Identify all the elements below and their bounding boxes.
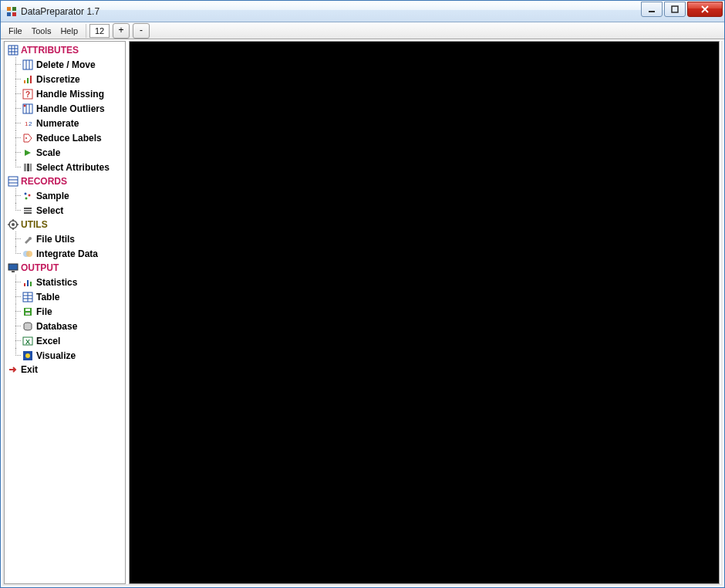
tree-category-attributes[interactable]: ATTRIBUTES bbox=[5, 43, 125, 57]
toolbar-separator bbox=[86, 24, 86, 38]
wrench-icon bbox=[22, 233, 34, 245]
tree-item-visualize[interactable]: Visualize bbox=[5, 348, 125, 363]
svg-rect-3 bbox=[12, 12, 16, 16]
tree-category-label: ATTRIBUTES bbox=[21, 45, 79, 56]
svg-point-33 bbox=[29, 194, 31, 196]
zoom-input[interactable] bbox=[89, 24, 110, 38]
tree-item-label: Database bbox=[36, 321, 77, 332]
sidebar-tree[interactable]: ATTRIBUTES Delete / Move Discretize ? Ha… bbox=[4, 41, 126, 584]
tree-item-label: Discretize bbox=[36, 74, 80, 85]
tree-item-label: Numerate bbox=[36, 118, 79, 129]
tree-category-records[interactable]: RECORDS bbox=[5, 174, 125, 188]
tree-item-select[interactable]: Select bbox=[5, 203, 125, 218]
svg-rect-28 bbox=[30, 164, 32, 171]
tree-item-label: Scale bbox=[36, 147, 60, 158]
tree-item-file-utils[interactable]: File Utils bbox=[5, 231, 125, 246]
svg-rect-56 bbox=[25, 309, 30, 311]
tree-item-numerate[interactable]: 12 Numerate bbox=[5, 116, 125, 130]
svg-point-39 bbox=[12, 223, 15, 226]
tree-category-utils[interactable]: UTILS bbox=[5, 218, 125, 231]
rows-icon bbox=[22, 204, 34, 217]
database-icon bbox=[22, 320, 34, 333]
columns-icon bbox=[22, 161, 34, 174]
table-icon bbox=[22, 291, 34, 303]
tree-item-excel[interactable]: X Excel bbox=[5, 333, 125, 348]
svg-rect-11 bbox=[23, 60, 32, 69]
close-button[interactable] bbox=[687, 2, 723, 17]
tree-item-database[interactable]: Database bbox=[5, 319, 125, 333]
tree-item-label: Visualize bbox=[36, 350, 76, 361]
main-panel[interactable] bbox=[129, 41, 720, 584]
tree-item-integrate-data[interactable]: Integrate Data bbox=[5, 246, 125, 261]
tree-category-label: OUTPUT bbox=[21, 262, 59, 273]
tree-item-exit[interactable]: Exit bbox=[5, 363, 125, 377]
svg-rect-36 bbox=[24, 210, 32, 211]
tree-item-file[interactable]: File bbox=[5, 304, 125, 319]
tree-item-label: Excel bbox=[36, 336, 60, 346]
chart-discretize-icon bbox=[22, 73, 34, 86]
disk-icon bbox=[22, 306, 34, 318]
tree-category-output[interactable]: OUTPUT bbox=[5, 261, 125, 275]
menu-bar: File Tools Help + - bbox=[1, 22, 724, 39]
minimize-button[interactable] bbox=[641, 2, 663, 17]
svg-rect-50 bbox=[30, 282, 32, 286]
tree-item-label: Delete / Move bbox=[36, 59, 96, 70]
numerate-icon: 12 bbox=[22, 117, 34, 130]
tree-item-handle-outliers[interactable]: Handle Outliers bbox=[5, 101, 125, 116]
tree-item-select-attributes[interactable]: Select Attributes bbox=[5, 160, 125, 174]
svg-rect-26 bbox=[24, 164, 26, 171]
tree-item-table[interactable]: Table bbox=[5, 289, 125, 304]
svg-text:?: ? bbox=[25, 90, 30, 99]
app-icon bbox=[5, 5, 18, 18]
tree-item-delete-move[interactable]: Delete / Move bbox=[5, 57, 125, 72]
tree-item-label: File bbox=[36, 306, 52, 317]
svg-rect-46 bbox=[8, 264, 18, 270]
excel-icon: X bbox=[22, 335, 34, 347]
zoom-minus-button[interactable]: - bbox=[133, 23, 150, 39]
tree-item-reduce-labels[interactable]: Reduce Labels bbox=[5, 130, 125, 145]
tree-item-label: Handle Missing bbox=[36, 89, 104, 100]
zoom-plus-button[interactable]: + bbox=[113, 23, 130, 39]
svg-point-32 bbox=[25, 192, 27, 194]
tree-item-discretize[interactable]: Discretize bbox=[5, 72, 125, 86]
app-window: DataPreparator 1.7 File Tools Help + - bbox=[0, 0, 725, 588]
visualize-icon bbox=[22, 350, 34, 362]
grid-icon bbox=[7, 175, 19, 188]
svg-rect-2 bbox=[7, 12, 11, 16]
grid-icon bbox=[22, 103, 34, 115]
tree-item-label: Reduce Labels bbox=[36, 133, 102, 144]
svg-text:X: X bbox=[25, 338, 30, 346]
tree-item-label: Table bbox=[36, 292, 59, 302]
tree-item-statistics[interactable]: Statistics bbox=[5, 275, 125, 289]
svg-rect-47 bbox=[12, 271, 15, 272]
svg-rect-57 bbox=[25, 313, 30, 315]
svg-point-22 bbox=[24, 104, 26, 106]
question-icon: ? bbox=[22, 88, 34, 100]
content-area: ATTRIBUTES Delete / Move Discretize ? Ha… bbox=[2, 41, 723, 586]
tree-item-label: Sample bbox=[36, 191, 69, 201]
maximize-button[interactable] bbox=[664, 2, 686, 17]
menu-tools[interactable]: Tools bbox=[27, 24, 56, 38]
tree-item-sample[interactable]: Sample bbox=[5, 188, 125, 203]
tree-item-handle-missing[interactable]: ? Handle Missing bbox=[5, 86, 125, 101]
svg-rect-14 bbox=[24, 80, 25, 83]
tree-item-label: Statistics bbox=[36, 277, 77, 288]
svg-point-62 bbox=[25, 353, 30, 358]
tree-item-scale[interactable]: Scale bbox=[5, 145, 125, 160]
tree-item-label: Exit bbox=[21, 364, 38, 375]
tree-category-label: UTILS bbox=[21, 219, 48, 230]
svg-rect-1 bbox=[12, 7, 16, 11]
svg-rect-6 bbox=[8, 46, 18, 55]
play-icon bbox=[22, 147, 34, 159]
menu-help[interactable]: Help bbox=[56, 24, 83, 38]
svg-point-25 bbox=[25, 137, 27, 139]
grid-icon bbox=[7, 44, 19, 56]
tree-item-label: Select Attributes bbox=[36, 162, 110, 173]
menu-file[interactable]: File bbox=[4, 24, 27, 38]
title-bar[interactable]: DataPreparator 1.7 bbox=[1, 1, 724, 22]
svg-text:2: 2 bbox=[29, 120, 32, 127]
svg-rect-5 bbox=[672, 6, 678, 12]
tree-item-label: Handle Outliers bbox=[36, 103, 105, 114]
grid-icon bbox=[22, 59, 34, 71]
monitor-icon bbox=[7, 262, 19, 274]
